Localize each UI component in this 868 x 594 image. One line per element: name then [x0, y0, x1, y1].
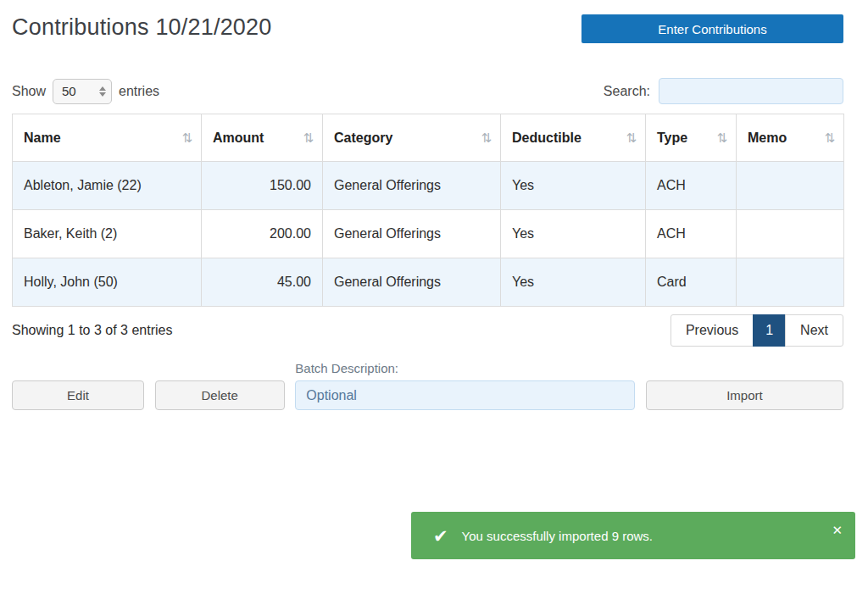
column-label: Type: [657, 130, 687, 145]
toast-message: You successfully imported 9 rows.: [462, 529, 653, 543]
cell-deductible: Yes: [501, 210, 646, 258]
sort-icon: ⇅: [481, 130, 492, 146]
cell-type: Card: [646, 258, 737, 307]
cell-amount: 45.00: [202, 258, 323, 307]
column-header-name[interactable]: Name ⇅: [13, 114, 202, 162]
search-label: Search:: [604, 84, 650, 99]
table-row[interactable]: Baker, Keith (2) 200.00 General Offering…: [13, 210, 844, 258]
table-header: Name ⇅ Amount ⇅ Category ⇅ Deductible ⇅: [13, 114, 844, 162]
sort-icon: ⇅: [303, 130, 314, 146]
cell-memo: [737, 258, 844, 307]
pagination: Previous 1 Next: [670, 314, 843, 347]
sort-icon: ⇅: [824, 130, 835, 146]
column-header-category[interactable]: Category ⇅: [323, 114, 501, 162]
contributions-table: Name ⇅ Amount ⇅ Category ⇅ Deductible ⇅: [12, 114, 844, 307]
table-controls: Show 50 entries Search:: [12, 78, 843, 104]
batch-actions: Edit Delete Batch Description: Import: [12, 361, 843, 410]
cell-deductible: Yes: [501, 162, 646, 210]
cell-amount: 200.00: [202, 210, 323, 258]
page-number-button[interactable]: 1: [753, 314, 786, 347]
success-toast: ✔ You successfully imported 9 rows. ✕: [411, 512, 855, 559]
cell-memo: [737, 210, 844, 258]
show-label: Show: [12, 84, 46, 99]
page-header: Contributions 10/21/2020 Enter Contribut…: [12, 13, 843, 43]
entries-label: entries: [119, 84, 159, 99]
cell-name: Holly, John (50): [13, 258, 202, 307]
enter-contributions-button[interactable]: Enter Contributions: [581, 14, 843, 43]
column-label: Deductible: [512, 130, 581, 145]
showing-entries-text: Showing 1 to 3 of 3 entries: [12, 323, 172, 338]
cell-category: General Offerings: [323, 210, 501, 258]
cell-name: Baker, Keith (2): [13, 210, 202, 258]
search-control: Search:: [604, 78, 843, 104]
sort-icon: ⇅: [181, 130, 192, 146]
previous-page-button[interactable]: Previous: [670, 314, 754, 347]
table-footer: Showing 1 to 3 of 3 entries Previous 1 N…: [12, 314, 843, 347]
column-label: Name: [24, 130, 61, 145]
column-header-memo[interactable]: Memo ⇅: [737, 114, 844, 162]
cell-deductible: Yes: [501, 258, 646, 307]
cell-memo: [737, 162, 844, 210]
main-content: Contributions 10/21/2020 Enter Contribut…: [12, 0, 843, 410]
check-icon: ✔: [433, 527, 448, 545]
page-length-select-wrap: 50: [53, 79, 112, 104]
sort-icon: ⇅: [716, 130, 727, 146]
batch-description-input[interactable]: [295, 380, 635, 410]
batch-description-label: Batch Description:: [295, 361, 635, 375]
delete-button[interactable]: Delete: [155, 380, 285, 410]
cell-amount: 150.00: [202, 162, 323, 210]
next-page-button[interactable]: Next: [785, 314, 843, 347]
table-body: Ableton, Jamie (22) 150.00 General Offer…: [13, 162, 844, 307]
contributions-page: Contributions 10/21/2020 Enter Contribut…: [0, 0, 868, 594]
batch-description-field: Batch Description:: [295, 361, 635, 410]
column-label: Amount: [213, 130, 264, 145]
column-label: Category: [334, 130, 392, 145]
table-row[interactable]: Holly, John (50) 45.00 General Offerings…: [13, 258, 844, 307]
column-header-type[interactable]: Type ⇅: [646, 114, 737, 162]
sort-icon: ⇅: [626, 130, 637, 146]
page-title: Contributions 10/21/2020: [12, 13, 272, 42]
search-input[interactable]: [659, 78, 843, 104]
import-button[interactable]: Import: [646, 380, 843, 410]
table-row[interactable]: Ableton, Jamie (22) 150.00 General Offer…: [13, 162, 844, 210]
cell-type: ACH: [646, 210, 737, 258]
close-icon[interactable]: ✕: [832, 524, 843, 536]
edit-button[interactable]: Edit: [12, 380, 144, 410]
page-length-control: Show 50 entries: [12, 79, 159, 104]
cell-name: Ableton, Jamie (22): [13, 162, 202, 210]
column-header-deductible[interactable]: Deductible ⇅: [501, 114, 646, 162]
column-header-amount[interactable]: Amount ⇅: [202, 114, 323, 162]
cell-category: General Offerings: [323, 162, 501, 210]
cell-category: General Offerings: [323, 258, 501, 307]
cell-type: ACH: [646, 162, 737, 210]
page-length-select[interactable]: 50: [53, 79, 112, 104]
column-label: Memo: [748, 130, 787, 145]
